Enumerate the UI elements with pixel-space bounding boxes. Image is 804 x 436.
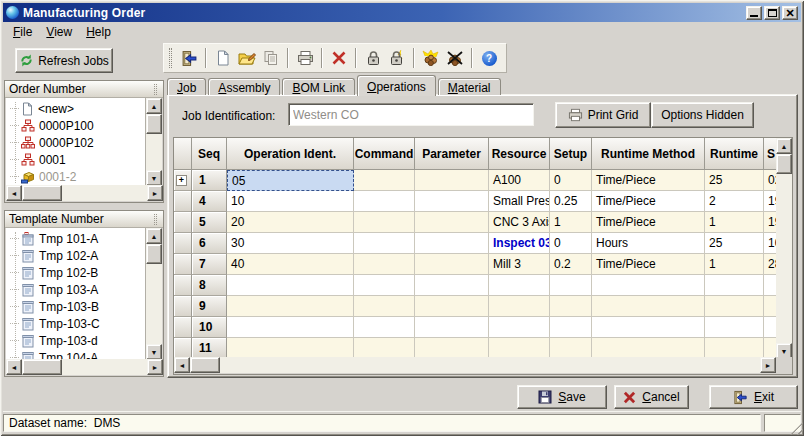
row-header[interactable]: 1	[192, 170, 227, 191]
cell-operation[interactable]: 30	[227, 233, 354, 254]
cell-setup[interactable]	[550, 296, 592, 317]
column-header-operation[interactable]: Operation Ident.	[227, 138, 354, 170]
scroll-left-icon[interactable]: ◄	[6, 185, 22, 201]
row-header[interactable]: 11	[192, 338, 227, 359]
menu-item-file[interactable]: File	[6, 23, 39, 41]
tree-item-order[interactable]: 0001	[10, 151, 145, 168]
maximize-button[interactable]	[764, 6, 780, 20]
cell-runtime[interactable]	[705, 317, 764, 338]
cell-runtime-method[interactable]	[592, 338, 705, 359]
template-tree-hscrollbar[interactable]: ◄ ►	[6, 359, 163, 375]
scrollbar-thumb[interactable]	[776, 154, 792, 174]
tab-job[interactable]: Job	[167, 78, 206, 95]
tab-material[interactable]: Material	[438, 78, 501, 95]
cell-parameter[interactable]	[415, 191, 489, 212]
job-identification-input[interactable]	[288, 103, 534, 126]
explode-bom-button[interactable]	[419, 46, 443, 70]
cell-operation[interactable]	[227, 296, 354, 317]
options-hidden-button[interactable]: Options Hidden	[651, 102, 754, 128]
tree-item-template[interactable]: Tmp 103-A	[10, 281, 145, 298]
row-expand-cell[interactable]	[174, 254, 192, 275]
scroll-left-icon[interactable]: ◄	[6, 359, 22, 375]
cell-runtime[interactable]: 25	[705, 233, 764, 254]
cell-parameter[interactable]	[415, 296, 489, 317]
scroll-up-icon[interactable]: ▲	[146, 228, 162, 244]
cell-runtime[interactable]: 1	[705, 254, 764, 275]
panel-grip-icon[interactable]	[154, 84, 157, 95]
scroll-down-icon[interactable]: ▼	[146, 344, 162, 360]
tree-item-template[interactable]: Tmp-103-d	[10, 332, 145, 349]
row-expand-cell[interactable]	[174, 317, 192, 338]
cell-command[interactable]	[354, 275, 415, 296]
cell-parameter[interactable]	[415, 254, 489, 275]
cell-resource[interactable]: CNC 3 Axis	[489, 212, 550, 233]
row-header[interactable]: 9	[192, 296, 227, 317]
cell-parameter[interactable]	[415, 170, 489, 191]
cell-operation[interactable]: 05	[227, 170, 354, 191]
row-expand-cell[interactable]	[174, 338, 192, 359]
copy-order-button[interactable]	[259, 46, 283, 70]
cell-runtime[interactable]	[705, 296, 764, 317]
cell-setup[interactable]: 0.2	[550, 254, 592, 275]
tree-item-template[interactable]: Tmp 101-A	[10, 230, 145, 247]
refresh-jobs-button[interactable]: Refresh Jobs	[15, 48, 113, 73]
tree-item-order-new[interactable]: <new>	[10, 100, 145, 117]
column-header-resource[interactable]: Resource	[489, 138, 550, 170]
cell-resource[interactable]	[489, 296, 550, 317]
tree-item-order[interactable]: 0000P102	[10, 134, 145, 151]
cell-runtime[interactable]	[705, 275, 764, 296]
cell-parameter[interactable]	[415, 338, 489, 359]
save-button[interactable]: Save	[517, 385, 607, 409]
cell-operation[interactable]	[227, 317, 354, 338]
cell-command[interactable]	[354, 233, 415, 254]
cell-operation[interactable]: 10	[227, 191, 354, 212]
cell-resource[interactable]: Mill 3	[489, 254, 550, 275]
scroll-up-icon[interactable]: ▲	[776, 138, 792, 154]
column-header-command[interactable]: Command	[354, 138, 415, 170]
cell-setup[interactable]	[550, 275, 592, 296]
row-expand-button[interactable]: +	[174, 170, 192, 191]
grid-vscrollbar[interactable]: ▲ ▼	[776, 138, 792, 359]
order-tree-hscrollbar[interactable]: ◄ ►	[6, 185, 163, 201]
cell-resource[interactable]	[489, 275, 550, 296]
panel-grip-icon[interactable]	[154, 214, 157, 225]
minimize-button[interactable]	[746, 6, 762, 20]
close-button[interactable]: ✕	[782, 6, 798, 20]
title-bar[interactable]: Manufacturing Order ✕	[3, 3, 801, 22]
cell-command[interactable]	[354, 212, 415, 233]
cell-command[interactable]	[354, 191, 415, 212]
delete-button[interactable]	[327, 46, 351, 70]
tree-item-template[interactable]: Tmp 102-A	[10, 247, 145, 264]
cell-parameter[interactable]	[415, 317, 489, 338]
cell-resource[interactable]: A100	[489, 170, 550, 191]
cell-command[interactable]	[354, 338, 415, 359]
cell-runtime-method[interactable]	[592, 275, 705, 296]
cell-runtime-method[interactable]	[592, 296, 705, 317]
cell-runtime[interactable]: 25	[705, 170, 764, 191]
cell-setup[interactable]: 1	[550, 212, 592, 233]
row-header[interactable]: 4	[192, 191, 227, 212]
column-header-seq[interactable]: Seq	[192, 138, 227, 170]
cell-setup[interactable]: 0	[550, 233, 592, 254]
scroll-down-icon[interactable]: ▼	[146, 170, 162, 186]
template-tree-vscrollbar[interactable]: ▲ ▼	[146, 228, 162, 360]
row-expand-cell[interactable]	[174, 233, 192, 254]
scroll-up-icon[interactable]: ▲	[146, 98, 162, 114]
scroll-right-icon[interactable]: ►	[147, 359, 163, 375]
edit-order-button[interactable]	[235, 46, 259, 70]
cell-parameter[interactable]	[415, 275, 489, 296]
cell-command[interactable]	[354, 296, 415, 317]
cell-runtime[interactable]: 1	[705, 212, 764, 233]
cell-runtime-method[interactable]: Time/Piece	[592, 170, 705, 191]
row-expand-cell[interactable]	[174, 296, 192, 317]
row-expand-cell[interactable]	[174, 275, 192, 296]
cell-resource[interactable]: Small Press	[489, 191, 550, 212]
new-order-button[interactable]	[211, 46, 235, 70]
tree-item-template[interactable]: Tmp 102-B	[10, 264, 145, 281]
row-expand-cell[interactable]	[174, 191, 192, 212]
cell-setup[interactable]	[550, 317, 592, 338]
column-header-runtime-method[interactable]: Runtime Method	[592, 138, 705, 170]
menu-item-help[interactable]: Help	[79, 23, 118, 41]
scroll-right-icon[interactable]: ►	[147, 185, 163, 201]
column-header-parameter[interactable]: Parameter	[415, 138, 489, 170]
